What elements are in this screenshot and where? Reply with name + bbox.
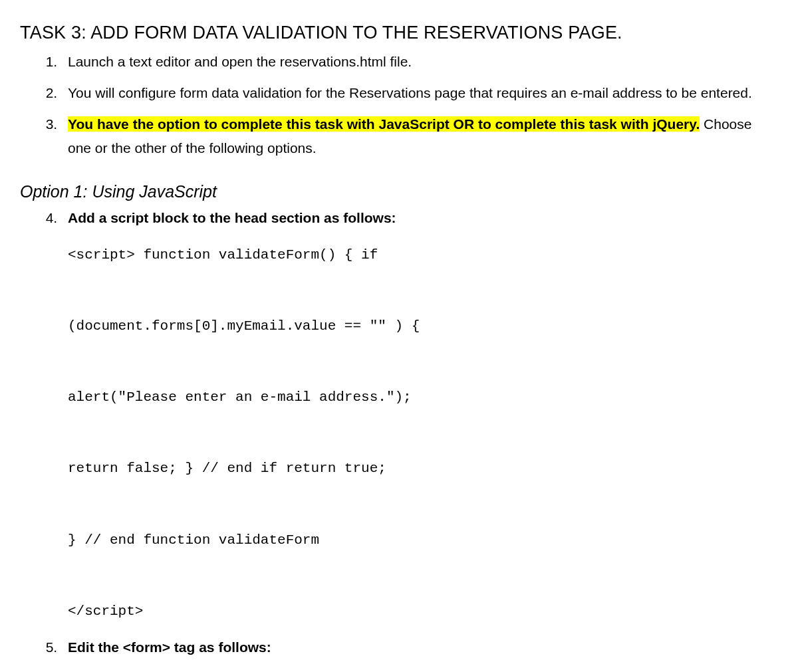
code1-line1: <script> function validateForm() { if [68,247,378,263]
code1-line3: alert("Please enter an e-mail address.")… [68,390,412,405]
step-3-highlight: You have the option to complete this tas… [68,116,700,132]
code-block-1: <script> function validateForm() { if (d… [68,237,778,629]
step-list-continued: Add a script block to the head section a… [20,206,778,672]
task-title: TASK 3: ADD FORM DATA VALIDATION TO THE … [20,20,778,46]
code1-line2: (document.forms[0].myEmail.value == "" )… [68,318,420,334]
step-5-text: Edit the <form> tag as follows: [68,639,271,655]
code1-line5: } // end function validateForm [68,532,319,548]
code1-line4: return false; } // end if return true; [68,461,386,476]
code-block-2: <form method="post" onsubmit="return val… [68,669,778,672]
step-3: You have the option to complete this tas… [61,112,778,162]
option-1-heading: Option 1: Using JavaScript [20,179,778,203]
step-1: Launch a text editor and open the reserv… [61,50,778,74]
step-5: Edit the <form> tag as follows: <form me… [61,635,778,672]
step-list: Launch a text editor and open the reserv… [20,50,778,161]
code1-line6: </script> [68,604,143,619]
step-4-text: Add a script block to the head section a… [68,210,396,225]
step-4: Add a script block to the head section a… [61,206,778,629]
step-2: You will configure form data validation … [61,81,778,106]
